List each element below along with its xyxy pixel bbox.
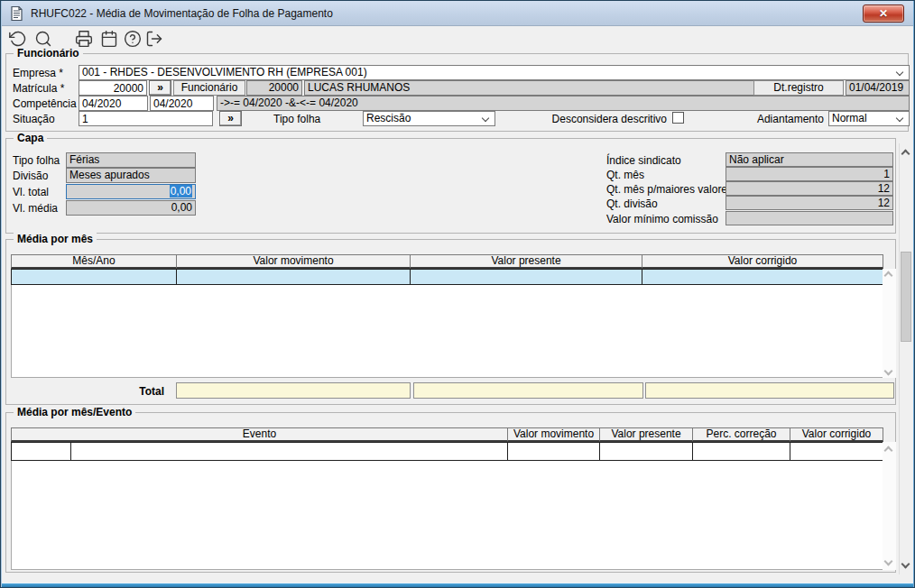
vl-media-field: 0,00	[66, 200, 196, 216]
capa-tipo-folha-label: Tipo folha	[13, 154, 60, 168]
window-document-icon	[9, 5, 24, 22]
situacao-input[interactable]	[79, 111, 213, 126]
vl-total-selected-value: 0,00	[170, 185, 192, 198]
total-label: Total	[92, 385, 164, 399]
column-header-evento[interactable]: Evento	[11, 427, 508, 442]
undo-icon	[9, 30, 27, 48]
help-icon	[124, 30, 142, 48]
empresa-combobox[interactable]: 001 - RHDES - DESENVOLVIMENTO RH (EMPRES…	[79, 65, 910, 80]
media-por-mes-evento-group: Média por mês/Evento Evento Valor movime…	[5, 412, 896, 573]
situacao-label: Situação	[13, 113, 55, 126]
vl-total-field[interactable]: 0,00	[66, 184, 196, 199]
competencia-inicio-input[interactable]	[79, 96, 148, 111]
funcionario-group: Funcionário Empresa * 001 - RHDES - DESE…	[5, 53, 909, 132]
tipo-folha-combobox[interactable]: Rescisão	[363, 111, 495, 126]
print-icon	[75, 30, 93, 48]
exit-icon	[145, 30, 163, 48]
cell-valor-presente[interactable]	[599, 442, 693, 461]
media-por-mes-evento-group-label: Média por mês/Evento	[14, 406, 135, 418]
qt-mes-maiores-field: 12	[726, 181, 893, 196]
cell-mes-ano[interactable]	[11, 269, 177, 285]
competencia-label: Competência *	[13, 97, 84, 111]
qt-divisao-field: 12	[726, 196, 893, 210]
situacao-lookup-button[interactable]: »	[219, 111, 242, 126]
competencia-info-field: ->-= 04/2020 -&-<-= 04/2020	[217, 96, 910, 111]
capa-group: Capa Tipo folha Férias Divisão Meses apu…	[5, 138, 896, 234]
desconsidera-descritivo-label: Desconsidera descritivo	[512, 113, 667, 126]
scroll-up-icon[interactable]	[884, 446, 893, 455]
help-button[interactable]	[124, 30, 143, 50]
scroll-up-icon[interactable]	[884, 271, 893, 280]
competencia-fim-input[interactable]	[150, 96, 214, 111]
cell-perc-correcao[interactable]	[692, 442, 790, 461]
cell-valor-presente[interactable]	[410, 269, 642, 285]
cell-evento-descricao[interactable]	[70, 442, 508, 461]
matricula-label: Matrícula *	[13, 82, 64, 96]
app-window: RHUFC022 - Média de Movimentação de Folh…	[0, 0, 915, 588]
tipo-folha-value: Rescisão	[366, 112, 411, 124]
indice-sindicato-label: Índice sindicato	[606, 154, 681, 168]
funcionario-field-label: Funcionário	[173, 80, 245, 96]
title-bar: RHUFC022 - Média de Movimentação de Folh…	[2, 1, 913, 26]
total-valor-presente-field	[413, 382, 643, 399]
empresa-label: Empresa *	[13, 67, 63, 80]
media-mes-table-scrollbar[interactable]	[883, 269, 896, 378]
column-header-mes-ano[interactable]: Mês/Ano	[11, 254, 177, 269]
scroll-down-icon[interactable]	[884, 367, 893, 376]
tipo-folha-label: Tipo folha	[273, 113, 320, 126]
column-header-valor-corrigido[interactable]: Valor corrigido	[642, 254, 883, 269]
cell-evento-codigo[interactable]	[11, 442, 71, 461]
toolbar	[3, 26, 912, 51]
column-header-perc-correcao[interactable]: Perc. correção	[692, 427, 790, 442]
qt-mes-label: Qt. mês	[606, 169, 644, 182]
dt-registro-field: 01/04/2019	[846, 80, 910, 96]
chevron-down-icon	[482, 115, 489, 122]
media-mes-table-body[interactable]	[11, 269, 883, 378]
close-icon: ✕	[879, 7, 888, 20]
form-vertical-scrollbar[interactable]	[899, 143, 912, 574]
chevron-down-icon	[896, 69, 903, 76]
matricula-lookup-button[interactable]: »	[149, 80, 171, 96]
column-header-valor-movimento[interactable]: Valor movimento	[507, 427, 600, 442]
calendar-icon	[100, 30, 118, 48]
adiantamento-label: Adiantamento	[719, 113, 824, 126]
total-valor-corrigido-field	[645, 382, 894, 399]
cell-valor-corrigido[interactable]	[790, 442, 883, 461]
desconsidera-descritivo-checkbox[interactable]	[672, 112, 684, 124]
matricula-input[interactable]	[79, 80, 147, 96]
media-evento-table-scrollbar[interactable]	[883, 442, 896, 570]
divisao-label: Divisão	[13, 170, 48, 183]
column-header-valor-corrigido[interactable]: Valor corrigido	[790, 427, 883, 442]
calendar-button[interactable]	[100, 30, 120, 50]
cell-valor-movimento[interactable]	[507, 442, 600, 461]
window-title: RHUFC022 - Média de Movimentação de Folh…	[31, 7, 333, 20]
close-button[interactable]: ✕	[863, 5, 904, 23]
column-header-valor-presente[interactable]: Valor presente	[410, 254, 642, 269]
scroll-down-icon[interactable]	[901, 560, 910, 569]
vl-media-label: Vl. média	[13, 202, 58, 216]
column-header-valor-movimento[interactable]: Valor movimento	[176, 254, 411, 269]
qt-divisao-label: Qt. divisão	[606, 198, 658, 211]
chevron-down-icon	[896, 115, 903, 122]
lookup-icon: »	[227, 112, 234, 124]
media-evento-table-body[interactable]	[11, 442, 883, 570]
adiantamento-value: Normal	[832, 112, 867, 124]
exit-button[interactable]	[145, 30, 165, 50]
adiantamento-combobox[interactable]: Normal	[828, 111, 910, 126]
total-valor-movimento-field	[176, 382, 411, 399]
empresa-value: 001 - RHDES - DESENVOLVIMENTO RH (EMPRES…	[82, 66, 367, 78]
scroll-up-icon[interactable]	[901, 150, 910, 159]
scroll-down-icon[interactable]	[884, 557, 893, 566]
search-icon	[34, 30, 52, 48]
cell-valor-movimento[interactable]	[176, 269, 411, 285]
vl-total-label: Vl. total	[13, 186, 49, 199]
divisao-field: Meses apurados	[66, 168, 196, 183]
column-header-valor-presente[interactable]: Valor presente	[599, 427, 693, 442]
capa-tipo-folha-field: Férias	[66, 152, 196, 168]
valor-minimo-comissao-field	[726, 211, 893, 225]
scrollbar-thumb[interactable]	[901, 252, 911, 342]
media-por-mes-group: Média por mês Mês/Ano Valor movimento Va…	[5, 239, 896, 405]
indice-sindicato-field: Não aplicar	[726, 152, 893, 167]
cell-valor-corrigido[interactable]	[642, 269, 883, 285]
funcionario-nome-field: LUCAS RHUMANOS	[304, 80, 755, 96]
